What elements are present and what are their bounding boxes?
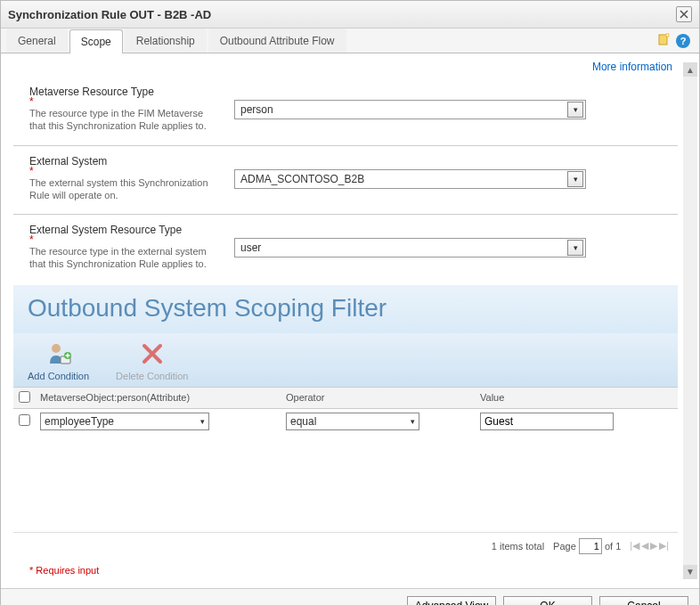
dialog-footer: Advanced View OK Cancel [1,588,699,605]
svg-point-2 [52,344,61,353]
titlebar: Synchronization Rule OUT - B2B -AD [1,1,699,29]
metaverse-resource-type-select[interactable]: person ▾ [234,100,586,119]
column-operator-header: Operator [286,392,480,403]
external-resource-type-value: user [240,241,261,254]
external-system-value: ADMA_SCONTOSO_B2B [240,173,364,185]
add-condition-label: Add Condition [28,371,89,381]
close-button[interactable] [676,6,692,22]
help-icon[interactable]: ? [676,34,690,48]
cancel-button[interactable]: Cancel [599,596,688,605]
chevron-down-icon: ▾ [567,240,583,256]
scroll-up-icon[interactable]: ▲ [683,62,697,77]
external-system-select[interactable]: ADMA_SCONTOSO_B2B ▾ [234,169,586,189]
row-checkbox[interactable] [19,414,30,426]
metaverse-label: Metaverse Resource Type [29,86,216,98]
attribute-value: employeeType [45,415,114,428]
grid-empty-space [13,434,678,532]
field-metaverse-resource-type: Metaverse Resource Type * The resource t… [13,77,678,146]
pager-prev-icon[interactable]: ◀ [641,540,648,552]
tab-bar: General Scope Relationship Outbound Attr… [1,29,699,53]
external-resource-help: The resource type in the external system… [29,245,216,271]
ok-button[interactable]: OK [503,596,592,605]
required-marker: * [29,98,216,105]
pager-page-suffix: of 1 [605,541,621,552]
required-marker: * [29,168,216,175]
scroll-down-icon[interactable]: ▼ [683,565,697,579]
pager-next-icon[interactable]: ▶ [650,540,657,552]
delete-condition-icon [116,339,188,369]
chevron-down-icon: ▾ [409,417,417,426]
pager-last-icon[interactable]: ▶| [659,540,669,552]
select-all-checkbox[interactable] [19,391,30,403]
scoping-filter-header: Outbound System Scoping Filter [13,285,678,333]
external-resource-label: External System Resource Type [29,224,216,236]
required-note: * Requires input [13,560,678,585]
new-item-icon[interactable] [656,32,671,49]
value-input[interactable] [480,413,614,430]
tab-scope[interactable]: Scope [69,29,123,53]
tab-outbound-attribute-flow[interactable]: Outbound Attribute Flow [208,29,346,53]
tab-relationship[interactable]: Relationship [125,29,207,53]
close-icon [680,10,688,19]
dialog-window: Synchronization Rule OUT - B2B -AD Gener… [0,0,700,605]
metaverse-help: The resource type in the FIM Metaverse t… [29,107,216,133]
pager-total: 1 items total [492,541,544,552]
condition-row: employeeType ▾ equal ▾ [13,409,678,434]
chevron-down-icon: ▾ [199,417,207,426]
content-area: More information Metaverse Resource Type… [1,53,699,588]
chevron-down-icon: ▾ [567,102,583,118]
column-value-header: Value [480,392,672,403]
column-attribute-header: MetaverseObject:person(Attribute) [40,392,286,403]
scoping-filter-title: Outbound System Scoping Filter [28,294,663,323]
pager-page-label: Page [553,541,576,552]
conditions-grid-header: MetaverseObject:person(Attribute) Operat… [13,387,678,409]
scoping-filter-actions: Add Condition Delete Condition [13,333,678,387]
pager-first-icon[interactable]: |◀ [630,540,639,552]
pager-nav: |◀ ◀ ▶ ▶| [630,540,669,552]
pager-page-input[interactable] [579,538,602,554]
attribute-select[interactable]: employeeType ▾ [40,413,209,430]
operator-value: equal [290,415,316,428]
more-information-link[interactable]: More information [592,61,672,73]
external-system-label: External System [29,155,216,168]
delete-condition-button: Delete Condition [116,339,188,381]
operator-select[interactable]: equal ▾ [286,413,419,430]
delete-condition-label: Delete Condition [116,371,188,381]
add-condition-button[interactable]: Add Condition [28,339,89,381]
more-info-row: More information [13,57,678,77]
external-resource-type-select[interactable]: user ▾ [234,238,586,258]
field-external-resource-type: External System Resource Type * The reso… [13,215,678,283]
add-condition-icon [28,339,89,369]
window-title: Synchronization Rule OUT - B2B -AD [8,8,211,21]
chevron-down-icon: ▾ [567,171,583,187]
grid-pager: 1 items total Page of 1 |◀ ◀ ▶ ▶| [13,532,678,560]
vertical-scrollbar[interactable]: ▲ ▼ [683,62,697,579]
tab-general[interactable]: General [6,29,68,53]
field-external-system: External System * The external system th… [13,146,678,216]
advanced-view-button[interactable]: Advanced View [407,596,496,605]
required-marker: * [29,236,216,243]
external-system-help: The external system this Synchronization… [29,176,216,202]
metaverse-resource-type-value: person [240,103,273,116]
